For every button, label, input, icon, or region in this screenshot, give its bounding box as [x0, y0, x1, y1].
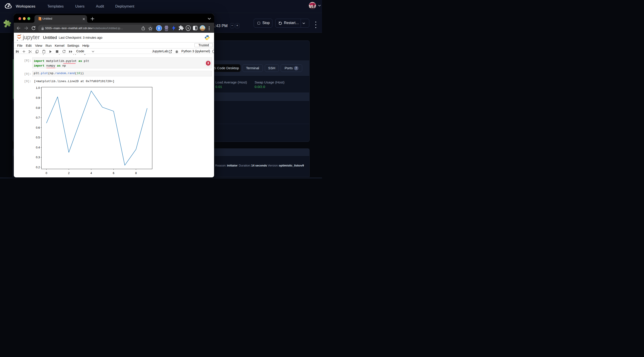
svg-text:0: 0 — [46, 172, 47, 175]
svg-text:0.2: 0.2 — [36, 166, 40, 169]
svg-text:0.8: 0.8 — [36, 106, 40, 110]
svg-text:4: 4 — [90, 172, 92, 175]
svg-text:0.4: 0.4 — [36, 146, 40, 149]
svg-text:0.6: 0.6 — [36, 126, 40, 129]
svg-text:0.5: 0.5 — [36, 136, 40, 139]
svg-text:0.9: 0.9 — [36, 96, 40, 100]
svg-text:0.3: 0.3 — [36, 156, 40, 159]
svg-text:8: 8 — [135, 172, 137, 175]
svg-text:6: 6 — [113, 172, 114, 175]
svg-text:0.7: 0.7 — [36, 116, 40, 119]
svg-text:1.0: 1.0 — [36, 86, 40, 90]
svg-text:2: 2 — [68, 172, 70, 175]
